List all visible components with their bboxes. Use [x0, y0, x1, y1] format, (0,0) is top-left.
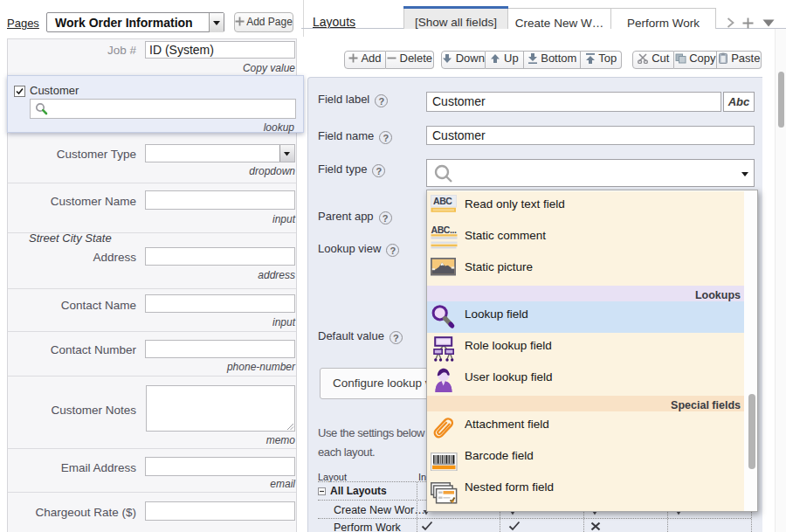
- svg-text:ABC...: ABC...: [431, 225, 458, 235]
- svg-text:ABC: ABC: [433, 196, 452, 206]
